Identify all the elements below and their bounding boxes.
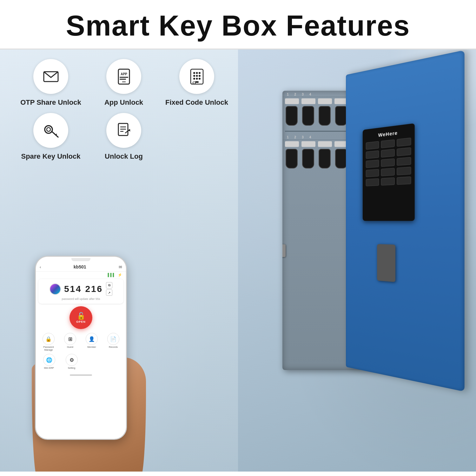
menu-label-password-manage: PasswordManage <box>43 346 54 351</box>
otp-share-unlock-circle <box>33 59 68 94</box>
password-manage-icon: 🔒 <box>43 333 55 345</box>
spare-key-unlock-label: Spare Key Unlock <box>21 152 80 161</box>
svg-rect-4 <box>120 79 126 80</box>
car-key-7 <box>319 149 331 169</box>
menu-label-member: Member <box>87 346 96 348</box>
spare-key-unlock-circle <box>33 113 68 148</box>
key-0[interactable] <box>381 168 395 176</box>
feature-spare-key-unlock: Spare Key Unlock <box>16 113 86 161</box>
key-8[interactable] <box>381 158 395 167</box>
records-icon: 📄 <box>107 333 119 345</box>
phone-home-bar-wrapper <box>36 372 126 378</box>
phone-menu-row2: 🌐 Mini ERP ⚙ Setting <box>36 353 126 372</box>
phone-back-arrow[interactable]: ‹ <box>40 265 41 269</box>
otp-timer: password will update after 55s <box>62 297 100 301</box>
menu-item-guest[interactable]: ⊞ Guest <box>60 333 80 351</box>
member-icon: 👤 <box>86 333 98 345</box>
key-b[interactable] <box>381 177 395 186</box>
phone-battery-icon: ▌▌▌ <box>108 273 115 277</box>
menu-label-setting: Setting <box>68 367 75 369</box>
key-star[interactable] <box>366 169 379 177</box>
otp-action-icons: ⧉ ↗ <box>106 282 112 296</box>
otp-row: 514 216 ⧉ ↗ <box>42 282 120 296</box>
key-5[interactable] <box>381 149 395 157</box>
key-hash[interactable] <box>397 167 411 175</box>
svg-line-21 <box>56 134 57 135</box>
key-7[interactable] <box>366 160 379 168</box>
menu-label-mini-erp: Mini ERP <box>44 367 54 369</box>
key-c[interactable] <box>397 176 411 185</box>
features-grid: OTP Share Unlock APP App Unlock <box>16 59 232 161</box>
lock-cylinder <box>282 244 286 257</box>
phone-menu-grid: 🔒 PasswordManage ⊞ Guest 👤 Member <box>36 332 126 353</box>
unlock-log-circle <box>106 113 141 148</box>
car-key-3 <box>319 106 331 126</box>
page-title: Smart Key Box Features <box>6 10 470 42</box>
phone-bluetooth-icon: ⚡ <box>118 273 122 277</box>
keypad-brand: WeHere <box>366 129 411 139</box>
phone-notch <box>71 258 90 261</box>
key-tag-2 <box>301 98 315 104</box>
keypad-icon <box>188 68 206 85</box>
menu-item-member[interactable]: 👤 Member <box>82 333 102 351</box>
unlock-log-label: Unlock Log <box>105 152 143 161</box>
menu-label-records: Records <box>109 346 118 348</box>
feature-fixed-code-unlock: Fixed Code Unlock <box>162 59 232 107</box>
svg-rect-17 <box>193 82 195 84</box>
car-key-6 <box>302 149 314 169</box>
phone-notch-area <box>36 257 126 263</box>
key-tag-7 <box>318 141 332 147</box>
car-key-4 <box>335 106 347 126</box>
svg-line-20 <box>52 131 58 137</box>
menu-item-mini-erp[interactable]: 🌐 Mini ERP <box>38 354 60 369</box>
svg-point-19 <box>47 128 50 131</box>
key-tag-6 <box>301 141 315 147</box>
key-a[interactable] <box>366 178 379 186</box>
svg-point-11 <box>196 75 198 77</box>
share-icon[interactable]: ↗ <box>106 289 112 296</box>
svg-rect-3 <box>120 77 128 78</box>
menu-item-records[interactable]: 📄 Records <box>103 333 123 351</box>
app-unlock-circle: APP <box>106 59 141 94</box>
menu-item-setting[interactable]: ⚙ Setting <box>61 354 82 369</box>
phone-device-name: kb501 <box>74 264 86 269</box>
svg-point-18 <box>45 126 52 133</box>
phone-top-bar: ‹ kb501 ✉ <box>36 263 126 272</box>
car-key-1 <box>286 106 298 126</box>
envelope-icon <box>42 68 60 85</box>
svg-point-10 <box>193 75 195 77</box>
menu-label-guest: Guest <box>67 346 73 348</box>
svg-point-14 <box>196 78 198 80</box>
key-3[interactable] <box>397 138 411 147</box>
key-icon <box>42 122 60 139</box>
feature-unlock-log: Unlock Log <box>89 113 159 161</box>
key-tag-3 <box>318 98 332 104</box>
mini-erp-icon: 🌐 <box>43 354 55 366</box>
svg-point-12 <box>199 75 201 77</box>
page-header: Smart Key Box Features <box>0 0 476 50</box>
open-button[interactable]: 🔓 OPEN <box>69 306 92 329</box>
door-handle[interactable] <box>377 244 395 282</box>
fixed-code-unlock-circle <box>179 59 214 94</box>
key-4[interactable] <box>366 150 379 159</box>
menu-item-password-manage[interactable]: 🔒 PasswordManage <box>38 333 59 351</box>
key-box-door: WeHere <box>346 50 465 392</box>
app-unlock-label: App Unlock <box>104 98 143 107</box>
key-1[interactable] <box>366 141 379 150</box>
phone-screen: ‹ kb501 ✉ ▌▌▌ ⚡ 514 216 <box>36 257 126 439</box>
keypad: WeHere <box>363 123 415 221</box>
otp-code: 514 216 <box>64 284 103 294</box>
setting-icon: ⚙ <box>66 354 78 366</box>
key-tag-1 <box>285 98 299 104</box>
otp-section: 514 216 ⧉ ↗ password will update after 5… <box>38 279 123 304</box>
user-avatar <box>50 283 61 295</box>
key-9[interactable] <box>397 157 411 166</box>
phone-status-icons: ▌▌▌ ⚡ <box>36 272 126 277</box>
key-6[interactable] <box>397 147 411 156</box>
feature-otp-share-unlock: OTP Share Unlock <box>16 59 86 107</box>
phone-mail-icon[interactable]: ✉ <box>119 265 122 269</box>
copy-icon[interactable]: ⧉ <box>106 282 112 288</box>
guest-icon: ⊞ <box>64 333 76 345</box>
key-2[interactable] <box>381 139 395 148</box>
open-button-wrapper: 🔓 OPEN <box>36 306 126 329</box>
